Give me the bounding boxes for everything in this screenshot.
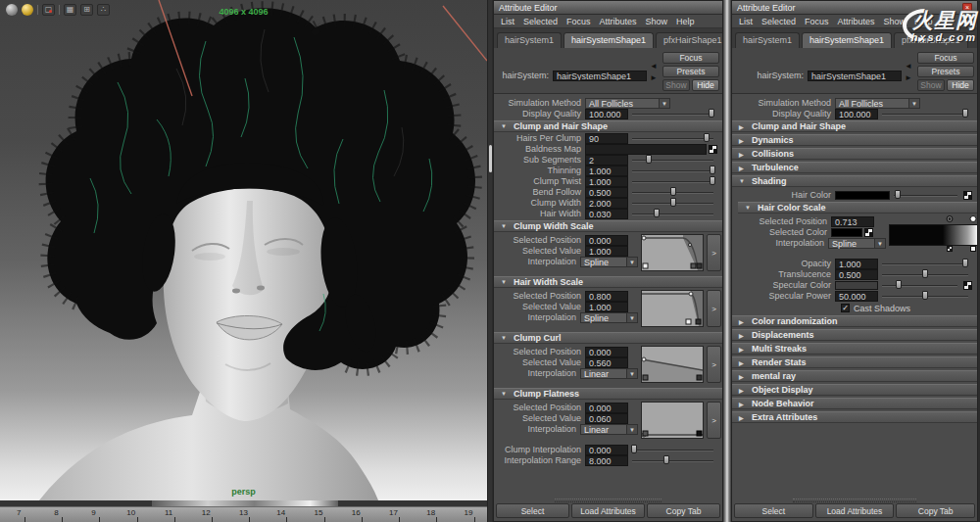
bend-follow-slider[interactable] [632, 187, 713, 197]
hide-button[interactable]: Hide [947, 79, 974, 91]
load-attributes-button[interactable]: Load Attributes [815, 503, 895, 518]
hairs-per-clump-input[interactable]: 90 [585, 133, 628, 144]
translucence-input[interactable]: 0.500 [835, 269, 878, 280]
expand-ramp-button[interactable]: > [707, 346, 721, 383]
menu-selected[interactable]: Selected [523, 17, 558, 26]
hairs-per-clump-slider[interactable] [632, 133, 713, 143]
time-tick[interactable]: 11 [150, 507, 187, 522]
time-tick[interactable]: 15 [300, 507, 337, 522]
time-tick[interactable]: 14 [263, 507, 300, 522]
display-quality-input[interactable]: 100.000 [585, 109, 628, 119]
clump-width-scale-graph[interactable] [641, 234, 704, 271]
tab-hairSystemShape1[interactable]: hairSystemShape1 [802, 32, 892, 48]
section-clump-and-hair-shape[interactable]: ▼ Clump and Hair Shape [494, 120, 722, 132]
window-titlebar[interactable]: Attribute Editor [494, 1, 722, 15]
expand-ramp-button[interactable]: > [707, 402, 721, 439]
specular-power-input[interactable]: 50.000 [835, 291, 878, 302]
time-tick[interactable]: 16 [337, 507, 374, 522]
display-quality-slider[interactable] [632, 109, 713, 119]
section-clump-flatness[interactable]: ▼ Clump Flatness [494, 388, 722, 400]
time-tick[interactable]: 17 [374, 507, 412, 522]
shaded-sphere-icon[interactable] [6, 4, 18, 16]
frame-all-icon[interactable]: ▦ [64, 4, 76, 16]
hair-color-swatch[interactable] [835, 191, 890, 200]
tab-hairSystem1[interactable]: hairSystem1 [735, 32, 800, 48]
selected-position-input[interactable]: 0.000 [585, 403, 628, 413]
focus-button[interactable]: Focus [917, 52, 974, 64]
input-connection-icon[interactable]: ◄ [905, 62, 912, 71]
share-view-icon[interactable]: ∴ [97, 4, 110, 16]
time-tick[interactable]: 10 [113, 507, 150, 522]
selected-value-input[interactable]: 0.560 [585, 357, 628, 368]
tab-hairSystem1[interactable]: hairSystem1 [497, 32, 562, 48]
hair-width-scale-graph[interactable] [641, 290, 704, 327]
clump-flatness-graph[interactable] [641, 402, 704, 439]
section-shading[interactable]: ▼Shading [732, 175, 977, 187]
opacity-slider[interactable] [882, 259, 968, 268]
clump-twist-slider[interactable] [632, 176, 713, 186]
specular-color-slider[interactable] [882, 280, 957, 290]
selected-position-input[interactable]: 0.800 [585, 291, 628, 302]
interpolation-dropdown[interactable]: Linear▼ [580, 368, 638, 379]
panel-grip[interactable] [793, 498, 916, 502]
sub-segments-input[interactable]: 2 [585, 155, 628, 166]
time-tick[interactable]: 13 [224, 507, 262, 522]
display-quality-slider[interactable] [882, 109, 968, 119]
selected-color-swatch[interactable] [831, 228, 862, 237]
section-node-behavior[interactable]: ▶Node Behavior [732, 398, 977, 409]
panel-grip[interactable] [555, 498, 662, 502]
select-button[interactable]: Select [496, 503, 569, 518]
interpolation-dropdown[interactable]: Spline▼ [580, 312, 638, 323]
selected-value-input[interactable]: 1.000 [585, 246, 628, 257]
sub-segments-slider[interactable] [632, 155, 713, 165]
interpolation-range-slider[interactable] [632, 455, 713, 465]
section-clump-width-scale[interactable]: ▼ Clump Width Scale [494, 220, 722, 232]
clump-width-input[interactable]: 2.000 [585, 198, 628, 209]
hair-width-input[interactable]: 0.030 [585, 209, 628, 219]
output-connection-icon[interactable]: ► [905, 73, 912, 82]
material-sphere-icon[interactable] [22, 4, 33, 16]
clump-curl-graph[interactable] [641, 346, 704, 383]
baldness-map-input[interactable] [585, 144, 707, 155]
attribute-editor-scrollbar[interactable] [487, 0, 492, 522]
section-dynamics[interactable]: ▶Dynamics [732, 134, 977, 146]
interpolation-dropdown[interactable]: Spline▼ [828, 238, 886, 249]
specular-power-slider[interactable] [882, 291, 968, 301]
thinning-input[interactable]: 1.000 [585, 166, 628, 176]
texture-map-icon[interactable] [864, 228, 873, 237]
hair-color-slider[interactable] [894, 190, 957, 200]
expand-ramp-button[interactable]: > [707, 234, 721, 271]
presets-button[interactable]: Presets [917, 66, 974, 77]
time-ruler[interactable]: 7 8 9 10 11 12 13 14 15 16 17 18 19 [0, 506, 487, 522]
menu-list[interactable]: List [501, 17, 514, 26]
color-gradient[interactable] [889, 224, 977, 246]
scrollbar-thumb[interactable] [489, 145, 492, 172]
clump-width-slider[interactable] [632, 198, 713, 208]
display-quality-input[interactable]: 100.000 [835, 109, 878, 119]
selected-value-input[interactable]: 0.060 [585, 413, 628, 424]
selected-position-input[interactable]: 0.000 [585, 347, 628, 357]
section-mental-ray[interactable]: ▶mental ray [732, 370, 977, 382]
section-render-stats[interactable]: ▶Render Stats [732, 356, 977, 368]
input-connection-icon[interactable]: ◄ [650, 62, 658, 71]
panel-splitter[interactable] [723, 0, 731, 522]
show-button[interactable]: Show [662, 79, 690, 91]
clump-interpolation-input[interactable]: 0.000 [585, 445, 628, 455]
texture-map-icon[interactable] [709, 145, 717, 154]
section-clump-curl[interactable]: ▼ Clump Curl [494, 332, 722, 344]
time-tick[interactable]: 19 [450, 507, 487, 522]
viewport-3d[interactable]: ▢ ▦ ⊞ ∴ 4096 x 4096 persp [0, 0, 487, 500]
texture-map-icon[interactable] [963, 191, 972, 200]
menu-attributes[interactable]: Attributes [838, 17, 875, 26]
node-name-input[interactable]: hairSystemShape1 [808, 71, 902, 81]
time-tick[interactable]: 9 [74, 507, 112, 522]
section-hair-width-scale[interactable]: ▼ Hair Width Scale [494, 276, 722, 288]
interpolation-range-input[interactable]: 8.000 [585, 455, 628, 466]
menu-attributes[interactable]: Attributes [600, 17, 637, 26]
bend-follow-input[interactable]: 0.500 [585, 187, 628, 198]
specular-color-swatch[interactable] [835, 281, 878, 290]
load-attributes-button[interactable]: Load Attributes [571, 503, 645, 518]
selected-position-input[interactable]: 0.000 [585, 235, 628, 246]
selected-position-input[interactable]: 0.713 [831, 216, 874, 227]
ramp-marker-selected[interactable] [946, 215, 953, 222]
